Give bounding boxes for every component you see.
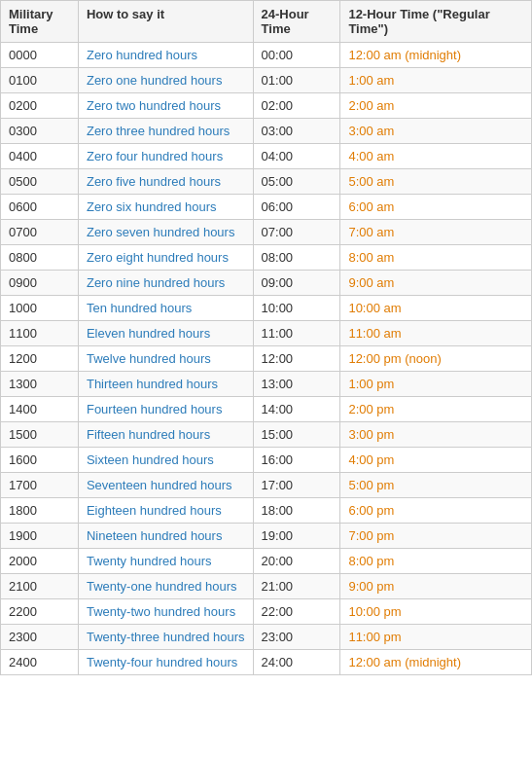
12h-time-cell: 2:00 pm <box>340 397 532 422</box>
military-time-cell: 1200 <box>1 346 79 372</box>
24h-time-cell: 20:00 <box>253 549 340 574</box>
table-row: 1500Fifteen hundred hours15:003:00 pm <box>1 422 532 448</box>
table-row: 0300Zero three hundred hours03:003:00 am <box>1 119 532 144</box>
military-time-cell: 0400 <box>1 144 79 169</box>
how-to-say-cell: Zero hundred hours <box>78 43 253 68</box>
24h-time-cell: 03:00 <box>253 119 340 144</box>
12h-time-cell: 12:00 am (midnight) <box>340 650 532 675</box>
24h-time-cell: 07:00 <box>253 220 340 245</box>
how-to-say-cell: Zero six hundred hours <box>78 195 253 220</box>
24h-time-cell: 19:00 <box>253 524 340 549</box>
12h-time-cell: 7:00 pm <box>340 524 532 549</box>
how-to-say-cell: Ten hundred hours <box>78 296 253 321</box>
table-row: 0700Zero seven hundred hours07:007:00 am <box>1 220 532 245</box>
table-row: 0000Zero hundred hours00:0012:00 am (mid… <box>1 43 532 68</box>
how-to-say-cell: Zero nine hundred hours <box>78 271 253 296</box>
12h-time-cell: 11:00 pm <box>340 625 532 650</box>
table-row: 1400Fourteen hundred hours14:002:00 pm <box>1 397 532 422</box>
how-to-say-cell: Zero two hundred hours <box>78 93 253 119</box>
12h-time-cell: 2:00 am <box>340 93 532 119</box>
military-time-cell: 0100 <box>1 68 79 93</box>
how-to-say-cell: Twenty-three hundred hours <box>78 625 253 650</box>
how-to-say-cell: Twenty-one hundred hours <box>78 574 253 599</box>
12h-time-cell: 4:00 am <box>340 144 532 169</box>
how-to-say-cell: Zero seven hundred hours <box>78 220 253 245</box>
24h-time-cell: 09:00 <box>253 271 340 296</box>
12h-time-cell: 6:00 am <box>340 195 532 220</box>
military-time-cell: 0300 <box>1 119 79 144</box>
header-12h: 12-Hour Time ("Regular Time") <box>340 1 532 43</box>
24h-time-cell: 22:00 <box>253 599 340 625</box>
12h-time-cell: 1:00 am <box>340 68 532 93</box>
12h-time-cell: 7:00 am <box>340 220 532 245</box>
12h-time-cell: 3:00 am <box>340 119 532 144</box>
12h-time-cell: 12:00 pm (noon) <box>340 346 532 372</box>
table-row: 0800Zero eight hundred hours08:008:00 am <box>1 245 532 271</box>
military-time-cell: 1700 <box>1 473 79 498</box>
how-to-say-cell: Zero eight hundred hours <box>78 245 253 271</box>
24h-time-cell: 23:00 <box>253 625 340 650</box>
how-to-say-cell: Twenty hundred hours <box>78 549 253 574</box>
12h-time-cell: 11:00 am <box>340 321 532 346</box>
military-time-cell: 0000 <box>1 43 79 68</box>
how-to-say-cell: Twenty-four hundred hours <box>78 650 253 675</box>
12h-time-cell: 8:00 am <box>340 245 532 271</box>
24h-time-cell: 21:00 <box>253 574 340 599</box>
table-row: 1300Thirteen hundred hours13:001:00 pm <box>1 372 532 397</box>
how-to-say-cell: Twelve hundred hours <box>78 346 253 372</box>
12h-time-cell: 5:00 am <box>340 169 532 195</box>
military-time-cell: 1600 <box>1 448 79 473</box>
military-time-cell: 1400 <box>1 397 79 422</box>
24h-time-cell: 15:00 <box>253 422 340 448</box>
how-to-say-cell: Nineteen hundred hours <box>78 524 253 549</box>
12h-time-cell: 3:00 pm <box>340 422 532 448</box>
how-to-say-cell: Thirteen hundred hours <box>78 372 253 397</box>
military-time-cell: 0900 <box>1 271 79 296</box>
how-to-say-cell: Fifteen hundred hours <box>78 422 253 448</box>
table-row: 0900Zero nine hundred hours09:009:00 am <box>1 271 532 296</box>
24h-time-cell: 16:00 <box>253 448 340 473</box>
header-military: Military Time <box>1 1 79 43</box>
12h-time-cell: 12:00 am (midnight) <box>340 43 532 68</box>
table-row: 2400Twenty-four hundred hours24:0012:00 … <box>1 650 532 675</box>
military-time-cell: 0500 <box>1 169 79 195</box>
24h-time-cell: 01:00 <box>253 68 340 93</box>
how-to-say-cell: Zero five hundred hours <box>78 169 253 195</box>
military-time-cell: 1000 <box>1 296 79 321</box>
how-to-say-cell: Fourteen hundred hours <box>78 397 253 422</box>
military-time-cell: 1300 <box>1 372 79 397</box>
table-row: 1600Sixteen hundred hours16:004:00 pm <box>1 448 532 473</box>
24h-time-cell: 11:00 <box>253 321 340 346</box>
military-time-cell: 0600 <box>1 195 79 220</box>
12h-time-cell: 1:00 pm <box>340 372 532 397</box>
military-time-cell: 0200 <box>1 93 79 119</box>
table-row: 0500Zero five hundred hours05:005:00 am <box>1 169 532 195</box>
military-time-cell: 1900 <box>1 524 79 549</box>
12h-time-cell: 10:00 am <box>340 296 532 321</box>
24h-time-cell: 12:00 <box>253 346 340 372</box>
military-time-cell: 1800 <box>1 498 79 524</box>
table-row: 0100Zero one hundred hours01:001:00 am <box>1 68 532 93</box>
how-to-say-cell: Sixteen hundred hours <box>78 448 253 473</box>
military-time-cell: 1100 <box>1 321 79 346</box>
table-row: 2100Twenty-one hundred hours21:009:00 pm <box>1 574 532 599</box>
table-row: 2300Twenty-three hundred hours23:0011:00… <box>1 625 532 650</box>
table-row: 0600Zero six hundred hours06:006:00 am <box>1 195 532 220</box>
table-row: 2000Twenty hundred hours20:008:00 pm <box>1 549 532 574</box>
24h-time-cell: 14:00 <box>253 397 340 422</box>
military-time-cell: 2400 <box>1 650 79 675</box>
military-time-cell: 2300 <box>1 625 79 650</box>
how-to-say-cell: Twenty-two hundred hours <box>78 599 253 625</box>
how-to-say-cell: Eleven hundred hours <box>78 321 253 346</box>
12h-time-cell: 5:00 pm <box>340 473 532 498</box>
how-to-say-cell: Zero four hundred hours <box>78 144 253 169</box>
24h-time-cell: 08:00 <box>253 245 340 271</box>
how-to-say-cell: Seventeen hundred hours <box>78 473 253 498</box>
24h-time-cell: 24:00 <box>253 650 340 675</box>
12h-time-cell: 8:00 pm <box>340 549 532 574</box>
12h-time-cell: 9:00 pm <box>340 574 532 599</box>
12h-time-cell: 4:00 pm <box>340 448 532 473</box>
military-time-cell: 2000 <box>1 549 79 574</box>
24h-time-cell: 05:00 <box>253 169 340 195</box>
table-row: 1800Eighteen hundred hours18:006:00 pm <box>1 498 532 524</box>
